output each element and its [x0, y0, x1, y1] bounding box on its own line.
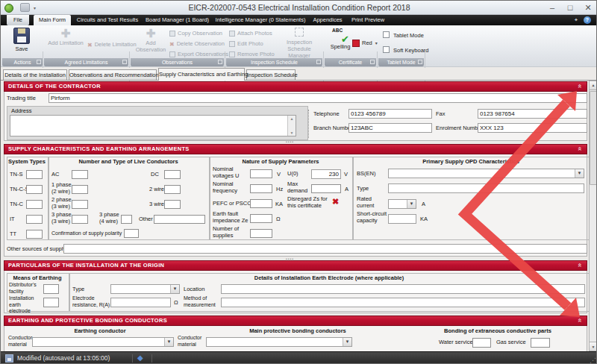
copy-observation-button[interactable]: Copy Observation [169, 28, 225, 38]
red-color-button[interactable]: Red ▾ [352, 38, 376, 48]
phase2-field[interactable] [72, 200, 88, 209]
branch-number-input[interactable] [348, 123, 432, 133]
disregard-x-icon[interactable]: ✖ [332, 198, 339, 206]
delete-observation-button[interactable]: ✖Delete Observation [169, 39, 225, 48]
delete-limitation-button[interactable]: ✖Delete Limitation [87, 40, 129, 49]
nominal-voltages-field[interactable] [250, 169, 272, 178]
gas-service-field[interactable] [531, 338, 550, 348]
location-label: Location [184, 286, 204, 293]
other-field[interactable] [154, 215, 205, 224]
star-icon[interactable]: ✦ [574, 17, 578, 23]
dialog-launcher-icon[interactable] [418, 60, 422, 64]
tab-main-form[interactable]: Main Form [34, 15, 71, 25]
scroll-down-icon[interactable]: ▼ [589, 342, 597, 351]
attach-photos-button[interactable]: Attach Photos [229, 28, 275, 38]
tnc-field[interactable] [26, 200, 43, 209]
nominal-frequency-field[interactable] [250, 184, 272, 193]
address-scrollbar[interactable]: ▲ ▼ [287, 116, 296, 136]
dialog-launcher-icon[interactable] [122, 60, 127, 64]
add-observation-button[interactable]: ✚ Add Observation [134, 28, 168, 53]
tab-inspection-schedule[interactable]: Inspection Schedule [246, 69, 296, 81]
tablet-mode-label[interactable]: Tablet Mode [393, 32, 424, 39]
maximize-button[interactable]: □ [562, 1, 578, 14]
group-inspection-schedule: Inspection Schedule [226, 58, 322, 66]
bsen-combo[interactable]: ▼ [388, 169, 584, 178]
help-icon[interactable]: ? [584, 16, 591, 24]
tt-field[interactable] [26, 230, 43, 239]
max-demand-field[interactable] [311, 184, 341, 193]
dialog-launcher-icon[interactable] [218, 60, 222, 64]
installation-electrode-field[interactable] [43, 298, 59, 307]
soft-keyboard-label[interactable]: Soft Keyboard [393, 47, 429, 54]
distributor-facility-field[interactable] [43, 284, 59, 294]
wire2-field[interactable] [164, 185, 181, 194]
pefc-field[interactable] [250, 199, 272, 208]
tab-appendices[interactable]: Appendices [311, 15, 344, 25]
num-supplies-field[interactable] [250, 229, 272, 238]
confirmation-polarity-field[interactable] [124, 229, 139, 238]
fax-input[interactable] [478, 109, 587, 119]
tab-supply-characteristics[interactable]: Supply Characteristics and Earthing [158, 68, 245, 81]
collapse-section-icon[interactable]: « [575, 145, 584, 154]
short-circuit-input[interactable] [388, 214, 416, 224]
water-service-field[interactable] [472, 338, 491, 348]
it-field[interactable] [26, 215, 43, 224]
sync-diamond-icon[interactable]: ◆ [137, 354, 143, 362]
electrode-type-combo[interactable]: ▼ [110, 284, 180, 294]
phase3-field[interactable] [72, 215, 88, 224]
other-sources-input[interactable] [63, 244, 587, 254]
tab-board-manager[interactable]: Board Manager (1 Board) [146, 15, 208, 25]
u0-input[interactable] [311, 169, 341, 179]
dialog-launcher-icon[interactable] [370, 60, 375, 64]
phase3-4wire-field[interactable] [121, 215, 132, 224]
rated-current-combo[interactable]: ▼ [388, 199, 416, 209]
resize-grip[interactable]: ⋰ [590, 357, 596, 364]
u0-label: U(0) [287, 171, 298, 178]
scrollbar-thumb[interactable] [590, 91, 597, 185]
section-splitter-grip[interactable]: •••• [286, 140, 294, 143]
soft-keyboard-checkbox[interactable] [383, 46, 390, 53]
tncs-field[interactable] [26, 185, 43, 194]
telephone-input[interactable] [348, 109, 432, 119]
collapse-section-icon[interactable]: « [575, 82, 584, 91]
tt-label: TT [10, 231, 16, 238]
scroll-up-icon[interactable]: ▲ [288, 116, 296, 122]
tns-field[interactable] [26, 170, 43, 179]
electrode-resistance-input[interactable] [110, 298, 171, 307]
ac-field[interactable] [72, 170, 88, 179]
confirmation-polarity-label: Confirmation of supply polarity [51, 230, 122, 237]
bonding-conductor-material-combo[interactable]: ▼ [206, 337, 352, 347]
dialog-launcher-icon[interactable] [316, 60, 321, 64]
earthing-conductor-material-combo[interactable]: ▼ [32, 337, 174, 347]
edit-photo-button[interactable]: Edit Photo [229, 39, 275, 48]
tab-circuits[interactable]: Circuits and Test Results [75, 15, 140, 25]
inspection-schedule-manager-button[interactable]: Inspection Schedule Manager [277, 28, 322, 59]
dialog-launcher-icon[interactable] [37, 60, 41, 64]
earth-fault-field[interactable] [250, 214, 272, 223]
method-measurement-input[interactable] [221, 298, 585, 307]
enrolment-number-input[interactable] [478, 123, 587, 133]
minimize-button[interactable]: – [544, 1, 560, 14]
tab-details-of-installation[interactable]: Details of the Installation [3, 69, 67, 81]
collapse-section-icon[interactable]: « [575, 261, 584, 270]
save-button[interactable]: Save [5, 28, 38, 52]
scroll-down-icon[interactable]: ▼ [288, 130, 296, 136]
scroll-up-icon[interactable]: ▲ [589, 81, 597, 90]
location-input[interactable] [221, 284, 585, 294]
tab-intelligence-manager[interactable]: Intelligence Manager (0 Statements) [214, 15, 307, 25]
wire3-field[interactable] [164, 200, 181, 209]
phase1-field[interactable] [72, 185, 88, 194]
dc-field[interactable] [164, 170, 181, 179]
collapse-section-icon[interactable]: « [575, 316, 584, 325]
splitter-handle[interactable] [308, 110, 309, 138]
spelling-button[interactable]: ABC ✔ Spelling [328, 28, 353, 50]
close-button[interactable]: ✕ [580, 1, 596, 14]
tab-observations-recommendations[interactable]: Observations and Recommendations [69, 69, 157, 81]
opd-type-input[interactable] [388, 183, 584, 193]
add-limitation-button[interactable]: ✚ Add Limitation [46, 28, 86, 46]
trading-title-input[interactable] [49, 93, 587, 103]
tab-file[interactable]: File [7, 15, 29, 25]
address-textarea[interactable] [10, 115, 296, 136]
tablet-mode-checkbox[interactable] [383, 31, 390, 38]
tab-print-preview[interactable]: Print Preview [348, 15, 387, 25]
